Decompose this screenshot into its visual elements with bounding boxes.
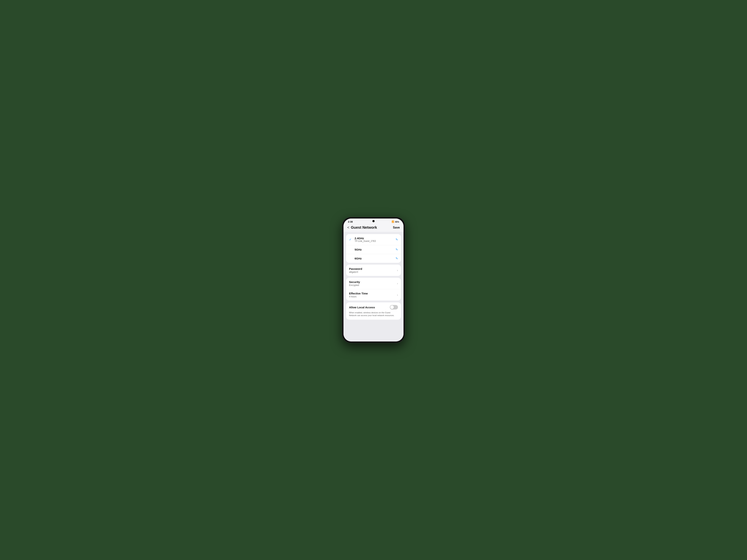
password-value: alligator3: [349, 271, 362, 273]
edit-icon-2-4ghz[interactable]: ✎: [395, 238, 398, 241]
effective-time-row[interactable]: Effective Time 4 hours ›: [346, 289, 401, 300]
save-button[interactable]: Save: [393, 226, 400, 229]
wifi-icon: 📶: [392, 220, 394, 223]
status-time: 2:38: [348, 220, 353, 223]
network-band-2-4ghz: 2.4GHz: [355, 237, 376, 240]
security-chevron-icon: ›: [397, 282, 398, 285]
status-icons: 📶 45%: [392, 220, 399, 223]
password-label: Password: [349, 267, 362, 270]
battery-text: 45%: [395, 221, 399, 223]
allow-local-access-card: Allow Local Access When enabled, wireles…: [346, 302, 401, 320]
password-card: Password alligator3 ›: [346, 265, 401, 276]
network-info-2-4ghz: 2.4GHz TP-Link_Guest_27E0: [355, 237, 376, 242]
allow-local-description: When enabled, wireless devices on the Gu…: [346, 311, 401, 320]
security-row[interactable]: Security Encrypted ›: [346, 278, 401, 289]
selected-check-icon: ✓: [349, 238, 353, 241]
security-value: Encrypted: [349, 284, 360, 287]
password-info: Password alligator3: [349, 267, 362, 273]
security-info: Security Encrypted: [349, 281, 360, 287]
edit-icon-6ghz[interactable]: ✎: [395, 257, 398, 260]
network-item-6ghz[interactable]: ✓ 6GHz ✎: [346, 254, 401, 263]
network-band-5ghz: 5GHz: [355, 248, 362, 251]
effective-time-value: 4 hours: [349, 295, 368, 298]
network-ssid-2-4ghz: TP-Link_Guest_27E0: [355, 240, 376, 242]
security-label: Security: [349, 281, 360, 284]
effective-time-chevron-icon: ›: [397, 293, 398, 297]
password-row[interactable]: Password alligator3 ›: [346, 265, 401, 276]
allow-local-toggle[interactable]: [390, 305, 398, 310]
toggle-thumb: [390, 305, 394, 309]
header-left: < Guest Network: [347, 225, 377, 230]
network-item-5ghz[interactable]: ✓ 5GHz ✎: [346, 245, 401, 254]
allow-local-label: Allow Local Access: [349, 306, 375, 309]
back-button[interactable]: <: [347, 225, 350, 230]
network-item-2-4ghz[interactable]: ✓ 2.4GHz TP-Link_Guest_27E0 ✎: [346, 234, 401, 245]
network-left-5ghz: ✓ 5GHz: [349, 248, 362, 251]
content-area: ✓ 2.4GHz TP-Link_Guest_27E0 ✎ ✓ 5GHz: [343, 232, 404, 342]
network-left-2-4ghz: ✓ 2.4GHz TP-Link_Guest_27E0: [349, 237, 376, 242]
status-bar: 2:38 📶 45%: [343, 218, 404, 224]
camera-notch: [372, 220, 375, 222]
effective-time-label: Effective Time: [349, 292, 368, 295]
allow-local-toggle-container: [390, 305, 398, 310]
network-left-6ghz: ✓ 6GHz: [349, 257, 362, 260]
allow-local-row: Allow Local Access: [346, 302, 401, 311]
network-info-6ghz: 6GHz: [355, 257, 362, 260]
network-selection-card: ✓ 2.4GHz TP-Link_Guest_27E0 ✎ ✓ 5GHz: [346, 234, 401, 263]
edit-icon-5ghz[interactable]: ✎: [395, 248, 398, 251]
network-info-5ghz: 5GHz: [355, 248, 362, 251]
security-effective-card: Security Encrypted › Effective Time 4 ho…: [346, 278, 401, 300]
phone-device: 2:38 📶 45% < Guest Network Save ✓: [342, 217, 405, 343]
page-title: Guest Network: [351, 225, 377, 230]
password-chevron-icon: ›: [397, 269, 398, 272]
app-header: < Guest Network Save: [343, 224, 404, 232]
effective-time-info: Effective Time 4 hours: [349, 292, 368, 298]
network-band-6ghz: 6GHz: [355, 257, 362, 260]
phone-screen: 2:38 📶 45% < Guest Network Save ✓: [343, 218, 404, 342]
